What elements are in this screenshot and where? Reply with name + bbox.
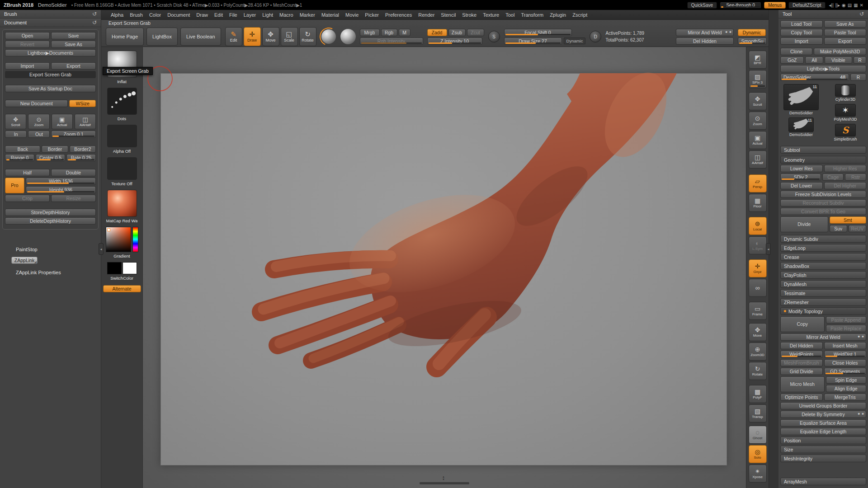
zcut-button[interactable]: Zcut [467,29,484,36]
r-button[interactable]: R [850,74,866,81]
scroll-button[interactable]: ✥Scroll [5,114,26,129]
menu-preferences[interactable]: Preferences [382,11,415,19]
smooth-subdiv-slider[interactable]: SmoothSu [738,38,767,45]
slider-track[interactable] [6,159,33,160]
section-dynamesh[interactable]: DynaMesh [780,280,866,288]
convert-bpr-to-geo-button[interactable]: Convert BPR To Geo [780,208,866,215]
save-as-startup-doc-button[interactable]: Save As Startup Doc [5,85,96,92]
rate-0-25-button[interactable]: Rate 0.25 [66,154,96,161]
quicksave-button[interactable]: QuickSave [687,2,717,9]
slider-track[interactable] [721,6,760,8]
menu-edit[interactable]: Edit [211,11,226,19]
storedepthhistory-button[interactable]: StoreDepthHistory [5,209,96,216]
menu-alpha[interactable]: Alpha [108,11,127,19]
revert-button[interactable]: Revert [5,41,50,48]
strip-solo-button[interactable]: ◎Solo [749,445,767,463]
freeze-subdivision-levels-button[interactable]: Freeze SubDivision Levels [780,191,866,198]
insert-mesh-button[interactable]: Insert Mesh [824,342,867,349]
record-icon[interactable]: ◉ [841,3,847,8]
menu-marker[interactable]: Marker [297,11,318,19]
menu-zscript[interactable]: Zscript [569,11,590,19]
strip-polyf-button[interactable]: ▩PolyF [749,385,767,403]
menu-color[interactable]: Color [146,11,164,19]
save-as-button[interactable]: Save As [51,41,96,48]
welddist-1-button[interactable]: WeldDist 1 [824,351,867,358]
strip-move-button[interactable]: ✥Move [749,323,767,341]
rgb-intensity-slider[interactable]: Rgb Intensity [360,38,423,45]
rstr-button[interactable]: Rstr [845,174,866,181]
load-tool-button[interactable]: Load Tool [780,20,823,28]
border2-button[interactable]: Border2 [70,145,96,153]
range-0-button[interactable]: Range 0 [5,154,34,161]
slider-track[interactable] [826,373,865,374]
alternate-button[interactable]: Alternate [103,285,141,292]
hue-bar[interactable] [132,227,138,252]
pro-button[interactable]: Pro [5,178,24,193]
strip-spix-3-button[interactable]: ▨SPix 3 [749,70,767,88]
strip-persp-button[interactable]: ▱Persp [749,174,767,192]
r-button[interactable]: R [854,56,866,64]
mrgb-button[interactable]: Mrgb [360,29,380,36]
slider-track[interactable] [52,136,94,137]
close-icon[interactable]: ✕ [859,3,864,8]
menu-layer[interactable]: Layer [241,11,259,19]
section-subtool[interactable]: Subtool [780,146,866,154]
new-document-button[interactable]: New Document [5,100,68,107]
slider-track[interactable] [505,34,571,35]
height-936-button[interactable]: Height 936 [26,186,96,193]
back-button[interactable]: Back [5,145,40,153]
default-zscript-button[interactable]: DefaultZScript [788,2,825,9]
strip-actual-button[interactable]: ▣Actual [749,131,767,149]
strip-l-sym-button[interactable]: ◐L.Sym [749,236,767,254]
grid-icon[interactable]: ▦ [853,3,859,8]
sdiv-2-button[interactable]: SDiv 2 [780,174,821,181]
strip-xpose-button[interactable]: ✴Xpose [749,465,767,483]
lower-res-button[interactable]: Lower Res [780,165,823,172]
smt-button[interactable]: Smt [830,216,866,224]
width-1536-button[interactable]: Width 1536 [26,178,96,185]
resize-button[interactable]: Resize [51,195,96,202]
main-color-swatch[interactable] [107,262,122,274]
printer-icon[interactable]: ▤ [847,3,853,8]
focal-shift-slider[interactable]: Focal Shift 0 [504,29,572,36]
tool-thumb-simplebrush[interactable]: S SimpleBrush [834,124,857,141]
menu-macro[interactable]: Macro [276,11,297,19]
lightbox-button[interactable]: LightBox [146,28,178,46]
lightbox-documents-button[interactable]: Lightbox▶Documents [5,49,96,56]
section-modify-topology[interactable]: Modify Topology [780,307,866,315]
micro-mesh-button[interactable]: Micro Mesh [780,376,825,392]
brush-palette-header[interactable]: Brush ↺ [0,10,101,19]
live-boolean-button[interactable]: Live Boolean [180,28,221,46]
draw-size-slider[interactable]: Draw Size 27 [504,38,562,45]
menu-stroke[interactable]: Stroke [459,11,480,19]
deletedepthhistory-button[interactable]: DeleteDepthHistory [5,217,96,225]
palette-zapplink-properties[interactable]: ZAppLink Properties [2,269,99,276]
import-button[interactable]: Import [780,38,823,45]
sculpting-viewport[interactable]: ▲ ▼ [143,47,746,488]
spin-edge-button[interactable]: Spin Edge [826,376,867,384]
paste-replace-button[interactable]: Paste Replace [826,325,867,332]
secondary-color-swatch[interactable] [123,262,137,274]
slider-track[interactable] [37,159,64,160]
all-button[interactable]: All [805,56,823,64]
strip-rotate-button[interactable]: ↻Rotate [749,362,767,380]
tool-palette-header[interactable]: Tool ↺ [778,10,868,19]
current-material-thumb[interactable] [107,190,137,217]
draw-dial[interactable]: D [590,31,601,42]
active-tool-slider[interactable]: DemoSoldier.48 [780,74,849,81]
out-button[interactable]: Out [28,131,50,138]
visible-button[interactable]: Visible [825,56,852,64]
reconstruct-subdiv-button[interactable]: Reconstruct Subdiv [780,199,866,206]
meshfrombrush-button[interactable]: MeshFromBrush [780,359,823,366]
crop-button[interactable]: Crop [5,195,50,202]
reset-icon[interactable]: ↺ [92,19,97,26]
slider-track[interactable] [68,159,94,160]
zsub-button[interactable]: Zsub [448,29,466,36]
menu-render[interactable]: Render [415,11,438,19]
stroke-dial[interactable]: S [488,31,500,42]
tool-thumb-demosoldier-active[interactable]: 11 DemoSoldier [783,84,819,115]
aahalf-button[interactable]: ◫AAHalf [75,114,96,129]
paste-tool-button[interactable]: Paste Tool [824,29,867,36]
mirror-and-weld-button[interactable]: Mirror And Weld ✱ ✱ [676,29,734,36]
weldpoints-button[interactable]: WeldPoints [780,351,823,358]
